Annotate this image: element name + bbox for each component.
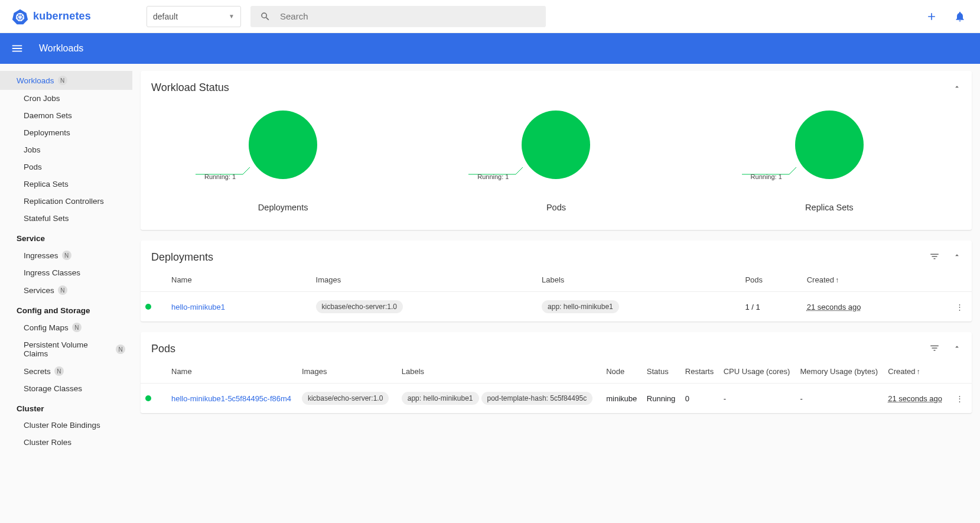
- row-menu-button[interactable]: ⋮: [952, 394, 967, 403]
- sidebar-item[interactable]: ServicesN: [0, 281, 132, 299]
- cpu-usage: -: [719, 384, 796, 414]
- table-row: hello-minikube1-5c5f84495c-f86m4kicbase/…: [141, 384, 972, 414]
- col-labels[interactable]: Labels: [397, 360, 601, 384]
- search-box[interactable]: [250, 6, 546, 27]
- status-chart: Running: 1Pods: [522, 111, 590, 212]
- sidebar-group-header[interactable]: Cluster: [0, 397, 132, 417]
- card-title: Deployments: [151, 251, 929, 264]
- col-status[interactable]: Status: [642, 360, 681, 384]
- pods-count: 1 / 1: [740, 292, 802, 322]
- image-chip: kicbase/echo-server:1.0: [316, 300, 403, 313]
- chevron-up-icon: [953, 343, 961, 351]
- menu-toggle[interactable]: [6, 37, 28, 60]
- sidebar-item[interactable]: Config MapsN: [0, 319, 132, 336]
- sidebar-item[interactable]: SecretsN: [0, 362, 132, 380]
- sidebar-item[interactable]: Cluster Roles: [0, 434, 132, 451]
- sidebar-item[interactable]: Persistent Volume ClaimsN: [0, 336, 132, 362]
- table-row: hello-minikube1kicbase/echo-server:1.0ap…: [141, 292, 972, 322]
- sidebar-item[interactable]: Ingress Classes: [0, 264, 132, 281]
- sidebar-item-label: Workloads: [17, 76, 54, 85]
- topbar-actions: [916, 11, 975, 22]
- created-time: 21 seconds ago: [807, 303, 861, 311]
- sidebar-item[interactable]: Deployments: [0, 124, 132, 141]
- card-title: Pods: [151, 343, 929, 355]
- pie-legend: Running: 1: [204, 173, 283, 180]
- status-chart: Running: 1Deployments: [249, 111, 317, 212]
- create-button[interactable]: [926, 11, 937, 22]
- restarts: 0: [681, 384, 719, 414]
- pods-table: Name Images Labels Node Status Restarts …: [141, 360, 972, 413]
- dropdown-icon: ▼: [229, 13, 235, 20]
- sidebar-item[interactable]: Cron Jobs: [0, 90, 132, 107]
- col-images[interactable]: Images: [311, 268, 537, 292]
- sidebar-group-header[interactable]: Config and Storage: [0, 299, 132, 319]
- sidebar-item[interactable]: IngressesN: [0, 246, 132, 264]
- search-icon: [260, 11, 271, 22]
- namespace-badge: N: [62, 251, 71, 260]
- pod-status: Running: [642, 384, 681, 414]
- hamburger-icon: [11, 42, 24, 55]
- node-name: minikube: [601, 384, 642, 414]
- col-labels[interactable]: Labels: [537, 268, 740, 292]
- col-created[interactable]: Created↑: [802, 268, 948, 292]
- col-images[interactable]: Images: [297, 360, 397, 384]
- sidebar-item[interactable]: Jobs: [0, 141, 132, 158]
- resource-link[interactable]: hello-minikube1-5c5f84495c-f86m4: [171, 394, 291, 403]
- search-input[interactable]: [280, 11, 536, 21]
- brand-text: kubernetes: [33, 10, 91, 22]
- resource-link[interactable]: hello-minikube1: [171, 303, 225, 311]
- col-node[interactable]: Node: [601, 360, 642, 384]
- col-cpu[interactable]: CPU Usage (cores): [719, 360, 796, 384]
- row-menu-button[interactable]: ⋮: [952, 303, 967, 311]
- deployments-table: Name Images Labels Pods Created↑ hello-m…: [141, 268, 972, 321]
- notifications-button[interactable]: [954, 11, 966, 22]
- brand-block: kubernetes: [5, 8, 146, 25]
- label-chip: app: hello-minikube1: [402, 392, 479, 405]
- namespace-badge: N: [54, 366, 64, 376]
- deployments-card: Deployments Name Images Labels Pods: [141, 241, 972, 321]
- workload-status-card: Workload Status Running: 1DeploymentsRun…: [141, 71, 972, 230]
- sidebar-item[interactable]: Cluster Role Bindings: [0, 417, 132, 434]
- collapse-button[interactable]: [953, 343, 961, 355]
- sidebar-group-header[interactable]: Service: [0, 227, 132, 246]
- collapse-button[interactable]: [953, 83, 961, 93]
- namespace-selector[interactable]: default ▼: [146, 6, 241, 27]
- status-dot: [145, 395, 151, 401]
- sidebar-item[interactable]: Daemon Sets: [0, 107, 132, 124]
- sidebar-item[interactable]: Storage Classes: [0, 380, 132, 397]
- filter-button[interactable]: [929, 343, 940, 355]
- kubernetes-logo-icon: [12, 8, 28, 25]
- mem-usage: -: [796, 384, 884, 414]
- sidebar-item[interactable]: Pods: [0, 158, 132, 176]
- top-bar: kubernetes default ▼: [0, 0, 980, 33]
- collapse-button[interactable]: [953, 251, 961, 264]
- col-mem[interactable]: Memory Usage (bytes): [796, 360, 884, 384]
- namespace-value: default: [153, 12, 178, 21]
- label-chip: app: hello-minikube1: [542, 300, 619, 313]
- sidebar-item[interactable]: Replica Sets: [0, 176, 132, 193]
- filter-button[interactable]: [929, 251, 940, 264]
- filter-icon: [929, 251, 940, 262]
- col-created[interactable]: Created↑: [883, 360, 948, 384]
- status-label: Pods: [546, 203, 566, 212]
- label-chip: pod-template-hash: 5c5f84495c: [481, 392, 593, 405]
- sidebar-item[interactable]: Stateful Sets: [0, 210, 132, 227]
- col-restarts[interactable]: Restarts: [681, 360, 719, 384]
- content-area: Workload Status Running: 1DeploymentsRun…: [132, 64, 980, 463]
- status-dot: [145, 304, 151, 310]
- bell-icon: [954, 11, 966, 22]
- namespace-badge: N: [72, 323, 82, 332]
- namespace-badge: N: [116, 345, 125, 354]
- pie-legend: Running: 1: [751, 173, 829, 180]
- plus-icon: [926, 11, 937, 22]
- image-chip: kicbase/echo-server:1.0: [302, 392, 389, 405]
- pie-legend: Running: 1: [477, 173, 556, 180]
- status-label: Replica Sets: [805, 203, 853, 212]
- section-title: Workloads: [39, 43, 83, 54]
- sidebar-item[interactable]: Replication Controllers: [0, 193, 132, 210]
- col-pods[interactable]: Pods: [740, 268, 802, 292]
- col-name[interactable]: Name: [167, 360, 297, 384]
- sidebar-item-workloads[interactable]: Workloads N: [0, 71, 132, 90]
- section-header: Workloads: [0, 33, 980, 64]
- col-name[interactable]: Name: [167, 268, 311, 292]
